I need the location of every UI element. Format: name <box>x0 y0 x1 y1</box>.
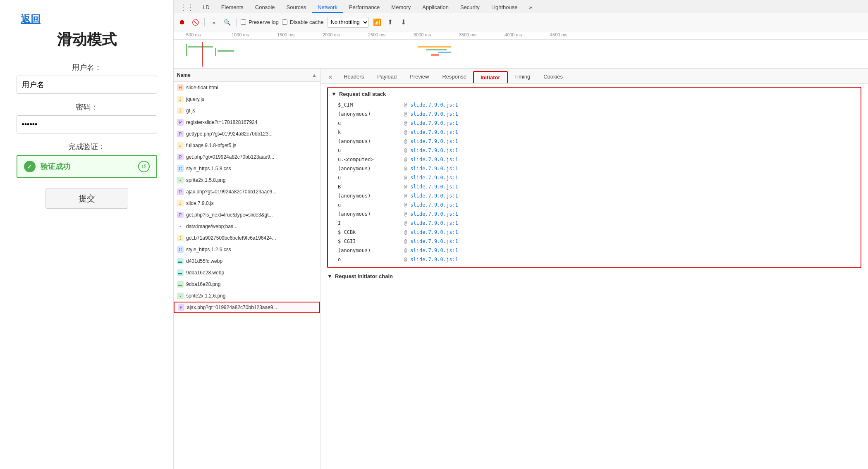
submit-button[interactable]: 提交 <box>45 188 128 209</box>
stack-link-8[interactable]: slide.7.9.0.js:1 <box>410 166 458 171</box>
stack-fn-anon-4: (anonymous) <box>338 193 404 199</box>
stack-link-4[interactable]: slide.7.9.0.js:1 <box>410 129 458 135</box>
file-item-slide-float-html[interactable]: H slide-float.html <box>174 82 320 93</box>
devtools-tab-ld[interactable]: LD <box>197 2 215 13</box>
timeline-svg <box>174 40 868 69</box>
stack-link-9[interactable]: slide.7.9.0.js:1 <box>410 175 458 181</box>
stack-at-9: @ <box>404 175 407 181</box>
file-item-9dba-webp[interactable]: ▬ 9dba16e28.webp <box>174 267 320 279</box>
file-item-slide-js[interactable]: J slide.7.9.0.js <box>174 198 320 209</box>
devtools-tab-performance[interactable]: Performance <box>343 2 385 13</box>
stack-fn-u-1: u <box>338 120 404 126</box>
devtools-tab-memory[interactable]: Memory <box>385 2 416 13</box>
devtools-tab-elements[interactable]: Elements <box>215 2 249 13</box>
disable-cache-input[interactable] <box>282 19 287 25</box>
throttle-select[interactable]: No throttling <box>327 17 369 28</box>
stack-fn-anon-3: (anonymous) <box>338 166 404 171</box>
file-item-jquery-js[interactable]: J jquery.js <box>174 93 320 105</box>
tick-2500: 2500 ms <box>368 32 385 37</box>
details-tab-headers[interactable]: Headers <box>337 71 371 83</box>
stack-link-11[interactable]: slide.7.9.0.js:1 <box>410 193 458 199</box>
file-item-style-126-css[interactable]: C style_https.1.2.6.css <box>174 244 320 255</box>
file-item-register-slide[interactable]: P register-slide?t=1701828167924 <box>174 117 320 128</box>
disable-cache-checkbox[interactable]: Disable cache <box>282 19 324 25</box>
stack-link-3[interactable]: slide.7.9.0.js:1 <box>410 120 458 126</box>
file-item-style-css[interactable]: C style_https.1.5.8.css <box>174 163 320 174</box>
details-tab-timing[interactable]: Timing <box>508 71 537 83</box>
file-item-sprite-126-png[interactable]: ▪ sprite2x.1.2.6.png <box>174 290 320 302</box>
devtools-tab-more[interactable]: » <box>524 2 538 13</box>
file-list-panel: Name ▲ H slide-float.html J jquery.js J … <box>174 69 320 469</box>
stack-row-u-1: u @ slide.7.9.0.js:1 <box>331 119 857 128</box>
call-stack-header[interactable]: ▼ Request call stack <box>331 91 857 97</box>
file-item-d401-webp[interactable]: ▬ d401d55fc.webp <box>174 255 320 267</box>
captcha-check-icon: ✓ <box>24 161 36 172</box>
stack-at-18: @ <box>404 257 407 262</box>
details-tab-preview[interactable]: Preview <box>403 71 435 83</box>
stack-link-14[interactable]: slide.7.9.0.js:1 <box>410 220 458 226</box>
captcha-refresh-icon[interactable]: ↺ <box>138 161 150 172</box>
details-tab-payload[interactable]: Payload <box>371 71 403 83</box>
file-item-gt-js[interactable]: J gt.js <box>174 105 320 117</box>
stack-link-2[interactable]: slide.7.9.0.js:1 <box>410 111 458 117</box>
file-list-header: Name ▲ <box>174 69 320 82</box>
file-item-get-php[interactable]: P get.php?gt=019924a82c70bb123aae9... <box>174 151 320 163</box>
search-button[interactable]: 🔍 <box>222 17 232 27</box>
devtools-tab-console[interactable]: Console <box>249 2 281 13</box>
details-tab-cookies[interactable]: Cookies <box>537 71 569 83</box>
file-item-sprite-png[interactable]: ▪ sprite2x.1.5.8.png <box>174 174 320 186</box>
stack-link-18[interactable]: slide.7.9.0.js:1 <box>410 257 458 262</box>
devtools-tab-lighthouse[interactable]: Lighthouse <box>485 2 524 13</box>
wifi-icon[interactable]: 📶 <box>372 17 382 27</box>
devtools-tab-bar: ⋮⋮ LD Elements Console Sources Network P… <box>174 0 868 13</box>
stack-link-7[interactable]: slide.7.9.0.js:1 <box>410 157 458 162</box>
svg-rect-2 <box>215 48 216 56</box>
details-close-button[interactable]: ✕ <box>324 71 337 83</box>
file-list-scroll[interactable]: H slide-float.html J jquery.js J gt.js P… <box>174 82 320 469</box>
password-input[interactable] <box>17 115 157 133</box>
devtools-tab-application[interactable]: Application <box>416 2 454 13</box>
scroll-up-button[interactable]: ▲ <box>312 72 317 78</box>
stack-row-u-2: u @ slide.7.9.0.js:1 <box>331 146 857 155</box>
initiator-chain-header[interactable]: ▼ Request initiator chain <box>327 273 861 279</box>
preserve-log-checkbox[interactable]: Preserve log <box>241 19 279 25</box>
devtools-tab-dots[interactable]: ⋮⋮ <box>177 3 197 13</box>
details-tab-initiator[interactable]: Initiator <box>473 71 508 83</box>
preserve-log-input[interactable] <box>241 19 246 25</box>
file-item-9dba-png[interactable]: ▬ 9dba16e28.png <box>174 279 320 290</box>
file-item-ajax-php-2-highlighted[interactable]: P ajax.php?gt=019924a82c70bb123aae9... <box>174 302 320 313</box>
stack-fn-u-2: u <box>338 148 404 153</box>
png-icon-3: ▪ <box>177 293 184 299</box>
file-item-gct-js[interactable]: J gct.b71a9027509bc6bcfef9fc6a196424... <box>174 232 320 244</box>
username-input[interactable] <box>17 76 157 94</box>
tick-500: 500 ms <box>186 32 201 37</box>
devtools-tab-sources[interactable]: Sources <box>281 2 312 13</box>
stack-link-1[interactable]: slide.7.9.0.js:1 <box>410 102 458 108</box>
stack-fn-anon-5: (anonymous) <box>338 211 404 217</box>
webpage-panel: 返回 滑动模式 用户名： 密码： 完成验证： ✓ 验证成功 ↺ 提交 <box>0 0 174 469</box>
stack-link-13[interactable]: slide.7.9.0.js:1 <box>410 211 458 217</box>
file-item-data-webp[interactable]: • data:image/webp;bas... <box>174 221 320 232</box>
stack-at-11: @ <box>404 193 407 199</box>
stack-row-B: B @ slide.7.9.0.js:1 <box>331 182 857 191</box>
devtools-tab-security[interactable]: Security <box>454 2 485 13</box>
stack-link-15[interactable]: slide.7.9.0.js:1 <box>410 229 458 235</box>
stack-link-6[interactable]: slide.7.9.0.js:1 <box>410 148 458 153</box>
stack-link-16[interactable]: slide.7.9.0.js:1 <box>410 238 458 244</box>
back-link[interactable]: 返回 <box>21 12 41 26</box>
file-item-get-php-next[interactable]: P get.php?is_next=true&type=slide3&gt... <box>174 209 320 221</box>
record-button[interactable]: ⏺ <box>177 17 187 27</box>
filter-button[interactable]: ⬦ <box>209 17 219 27</box>
file-item-gettype[interactable]: P gettype.php?gt=019924a82c70bb123... <box>174 128 320 140</box>
stack-link-12[interactable]: slide.7.9.0.js:1 <box>410 202 458 208</box>
download-icon[interactable]: ⬇ <box>399 17 409 27</box>
stack-link-17[interactable]: slide.7.9.0.js:1 <box>410 248 458 253</box>
file-item-fullpage-js[interactable]: J fullpage.9.1.8-bfget5.js <box>174 140 320 151</box>
stack-link-5[interactable]: slide.7.9.0.js:1 <box>410 138 458 144</box>
devtools-tab-network[interactable]: Network <box>312 2 343 13</box>
file-item-ajax-php-1[interactable]: P ajax.php?gt=019924a82c70bb123aae9... <box>174 186 320 198</box>
clear-button[interactable]: 🚫 <box>190 17 200 27</box>
stack-link-10[interactable]: slide.7.9.0.js:1 <box>410 184 458 190</box>
details-tab-response[interactable]: Response <box>435 71 473 83</box>
upload-icon[interactable]: ⬆ <box>385 17 395 27</box>
